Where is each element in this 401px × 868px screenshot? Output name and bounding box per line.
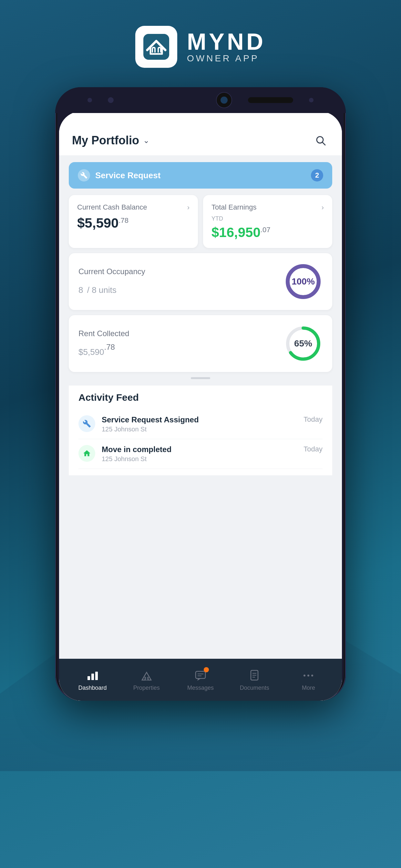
occupancy-donut: 100% xyxy=(284,262,322,301)
svg-rect-11 xyxy=(146,677,148,680)
activity-address-1: 125 Johnson St xyxy=(102,426,322,433)
rent-label: Rent Collected xyxy=(79,329,284,338)
more-nav-label: More xyxy=(302,685,315,691)
total-earnings-sublabel: YTD xyxy=(212,215,324,222)
phone-screen: My Portfolio ⌄ xyxy=(59,112,342,701)
activity-row-1: Service Request Assigned Today xyxy=(102,415,322,424)
properties-nav-label: Properties xyxy=(133,685,160,691)
occupancy-card[interactable]: Current Occupancy 8 / 8 units xyxy=(69,253,332,310)
messages-icon xyxy=(193,669,208,683)
properties-icon xyxy=(140,669,154,683)
bottom-nav: Dashboard Properties xyxy=(59,659,342,701)
cash-balance-card[interactable]: Current Cash Balance › $5,590.78 xyxy=(69,195,198,248)
rent-value: $5,590.78 xyxy=(79,342,284,358)
rent-card-left: Rent Collected $5,590.78 xyxy=(79,329,284,358)
total-earnings-cents: .07 xyxy=(260,226,271,234)
activity-content-1: Service Request Assigned Today 125 Johns… xyxy=(102,415,322,433)
activity-name-1: Service Request Assigned xyxy=(102,415,199,424)
activity-item-2[interactable]: Move in completed Today 125 Johnson St xyxy=(79,439,322,469)
app-content: My Portfolio ⌄ xyxy=(59,126,342,701)
svg-rect-9 xyxy=(95,672,98,680)
total-earnings-value: $16,950.07 xyxy=(212,225,324,240)
documents-nav-label: Documents xyxy=(240,685,269,691)
dropdown-icon[interactable]: ⌄ xyxy=(143,136,150,145)
app-name: MYND xyxy=(187,30,266,53)
dashboard-nav-label: Dashboard xyxy=(79,685,107,691)
more-icon xyxy=(301,669,315,683)
service-request-banner[interactable]: Service Request 2 xyxy=(69,162,332,189)
service-banner-text: Service Request xyxy=(95,170,160,181)
front-sensor-left xyxy=(88,98,92,102)
occupancy-label: Current Occupancy xyxy=(79,267,284,276)
dashboard-icon xyxy=(86,669,100,683)
activity-feed-title: Activity Feed xyxy=(79,392,322,403)
messages-badge xyxy=(204,667,209,672)
search-button[interactable] xyxy=(312,132,329,149)
nav-item-dashboard[interactable]: Dashboard xyxy=(66,665,120,694)
activity-name-2: Move in completed xyxy=(102,445,172,454)
scroll-content[interactable]: Service Request 2 Current Cash Balance ›… xyxy=(59,156,342,659)
nav-item-messages[interactable]: Messages xyxy=(174,665,227,694)
documents-icon xyxy=(247,669,261,683)
nav-item-properties[interactable]: Properties xyxy=(120,665,174,694)
service-wrench-icon xyxy=(78,169,90,182)
phone-speaker xyxy=(248,97,293,103)
occupancy-card-left: Current Occupancy 8 / 8 units xyxy=(79,267,284,296)
activity-feed-section: Activity Feed Service Request Assigned T… xyxy=(69,385,332,475)
cash-balance-cents: .78 xyxy=(119,216,128,224)
activity-row-2: Move in completed Today xyxy=(102,445,322,454)
rent-donut: 65% xyxy=(284,324,322,363)
financial-cards-row: Current Cash Balance › $5,590.78 Total E… xyxy=(69,195,332,248)
front-sensor-mid xyxy=(108,97,114,103)
svg-rect-0 xyxy=(143,34,169,60)
svg-point-20 xyxy=(307,675,309,677)
service-count-badge: 2 xyxy=(311,169,323,182)
scroll-indicator xyxy=(69,377,332,379)
nav-item-documents[interactable]: Documents xyxy=(227,665,281,694)
rent-collected-card[interactable]: Rent Collected $5,590.78 65% xyxy=(69,315,332,372)
occupancy-percentage: 100% xyxy=(291,276,315,287)
svg-rect-12 xyxy=(196,671,205,678)
svg-rect-8 xyxy=(91,674,94,680)
app-subtitle: OWNER APP xyxy=(187,53,266,64)
service-banner-left: Service Request xyxy=(78,169,160,182)
rent-cents: .78 xyxy=(104,343,115,351)
svg-point-21 xyxy=(311,675,313,677)
total-earnings-label: Total Earnings xyxy=(212,203,256,212)
phone-top-bar xyxy=(55,87,346,113)
total-earnings-card[interactable]: Total Earnings › YTD $16,950.07 xyxy=(203,195,332,248)
activity-home-icon xyxy=(79,445,95,462)
svg-line-2 xyxy=(322,142,325,145)
cash-balance-arrow: › xyxy=(187,204,189,212)
messages-nav-label: Messages xyxy=(187,685,214,691)
total-earnings-arrow: › xyxy=(321,204,324,212)
portfolio-title: My Portfolio xyxy=(72,134,139,147)
nav-item-more[interactable]: More xyxy=(281,665,335,694)
cash-balance-label: Current Cash Balance xyxy=(77,203,147,212)
activity-wrench-icon xyxy=(79,415,95,432)
front-camera xyxy=(216,92,232,108)
cash-balance-value: $5,590.78 xyxy=(77,215,189,231)
status-bar xyxy=(59,112,342,126)
logo-icon xyxy=(135,26,177,68)
nav-header: My Portfolio ⌄ xyxy=(59,126,342,156)
phone-notch xyxy=(129,94,201,106)
svg-point-19 xyxy=(304,675,305,677)
portfolio-title-container[interactable]: My Portfolio ⌄ xyxy=(72,134,150,147)
scroll-dot xyxy=(191,377,210,379)
activity-time-2: Today xyxy=(304,445,322,454)
occupancy-value: 8 / 8 units xyxy=(79,280,284,296)
logo-text: MYND OWNER APP xyxy=(187,30,266,64)
rent-percentage: 65% xyxy=(294,338,312,349)
svg-rect-7 xyxy=(88,676,90,680)
phone-frame: My Portfolio ⌄ xyxy=(55,87,346,701)
front-sensor-right xyxy=(309,98,313,102)
activity-content-2: Move in completed Today 125 Johnson St xyxy=(102,445,322,463)
activity-time-1: Today xyxy=(304,415,322,424)
activity-address-2: 125 Johnson St xyxy=(102,455,322,463)
app-header: MYND OWNER APP xyxy=(135,26,266,68)
activity-item-1[interactable]: Service Request Assigned Today 125 Johns… xyxy=(79,409,322,439)
